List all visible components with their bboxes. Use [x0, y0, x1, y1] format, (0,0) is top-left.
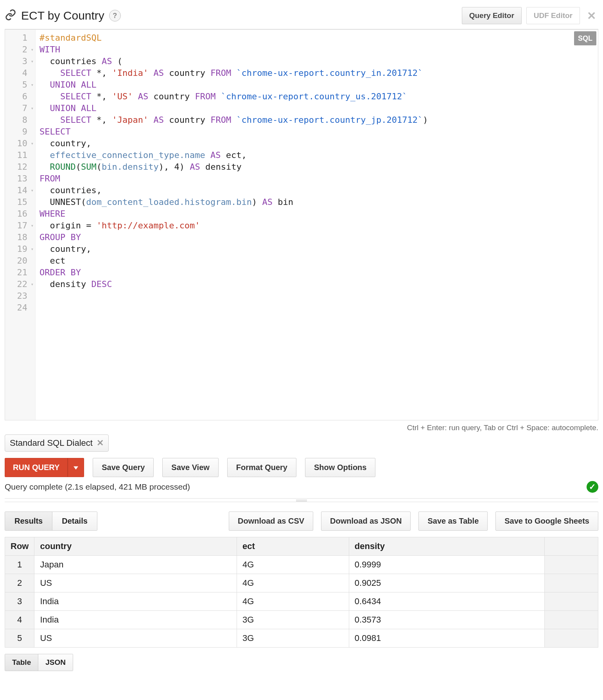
close-icon[interactable]: ✕ [585, 9, 598, 22]
table-cell: 3G [237, 611, 349, 629]
gutter-line: 21 [9, 267, 34, 278]
dialect-chip-label: Standard SQL Dialect [10, 438, 93, 448]
page-title: ECT by Country [21, 9, 104, 22]
save-view-button[interactable]: Save View [162, 458, 218, 477]
cell-filler [545, 592, 598, 611]
results-actions: Download as CSV Download as JSON Save as… [229, 512, 598, 531]
show-options-button[interactable]: Show Options [305, 458, 375, 477]
table-cell: 4G [237, 592, 349, 611]
code-line[interactable]: WITH [39, 44, 594, 56]
dialect-chip[interactable]: Standard SQL Dialect ✕ [5, 434, 109, 452]
help-icon[interactable]: ? [109, 10, 121, 22]
code-line[interactable]: country, [39, 138, 594, 149]
bottom-tab-json[interactable]: JSON [38, 654, 73, 671]
cell-filler [545, 574, 598, 592]
gutter-line: 18 [9, 232, 34, 243]
table-cell: Japan [34, 556, 237, 574]
code-line[interactable]: UNNEST(dom_content_loaded.histogram.bin)… [39, 196, 594, 208]
save-as-table-button[interactable]: Save as Table [418, 512, 488, 531]
gutter-line: 5▾ [9, 79, 34, 91]
run-query-group: RUN QUERY [5, 458, 84, 477]
column-filler [545, 537, 598, 556]
table-cell: 0.9025 [349, 574, 544, 592]
table-row[interactable]: 2US4G0.9025 [5, 574, 598, 592]
sql-badge: SQL [574, 31, 596, 45]
gutter-line: 24 [9, 302, 34, 314]
results-bar: Results Details Download as CSV Download… [5, 512, 598, 531]
run-query-button[interactable]: RUN QUERY [5, 458, 68, 477]
header: ECT by Country ? Query Editor UDF Editor… [5, 4, 598, 29]
tab-udf-editor[interactable]: UDF Editor [526, 7, 580, 24]
download-csv-button[interactable]: Download as CSV [229, 512, 313, 531]
table-cell: 3 [5, 592, 34, 611]
table-row[interactable]: 1Japan4G0.9999 [5, 556, 598, 574]
table-cell: US [34, 574, 237, 592]
code-line[interactable]: SELECT *, 'Japan' AS country FROM `chrom… [39, 114, 594, 126]
column-header: density [349, 537, 544, 556]
gutter-line: 1 [9, 32, 34, 44]
code-line[interactable]: countries AS ( [39, 56, 594, 67]
code-line[interactable]: UNION ALL [39, 79, 594, 91]
code-line[interactable]: SELECT *, 'US' AS country FROM `chrome-u… [39, 91, 594, 102]
link-icon[interactable] [5, 9, 16, 23]
table-cell: 0.6434 [349, 592, 544, 611]
code-line[interactable]: SELECT [39, 126, 594, 138]
gutter-line: 13 [9, 173, 34, 185]
gutter-line: 9 [9, 126, 34, 138]
table-row[interactable]: 5US3G0.0981 [5, 629, 598, 648]
code-line[interactable]: effective_connection_type.name AS ect, [39, 149, 594, 161]
code-line[interactable]: SELECT *, 'India' AS country FROM `chrom… [39, 67, 594, 79]
table-cell: 3G [237, 629, 349, 648]
bottom-tab-table[interactable]: Table [5, 654, 38, 671]
code-line[interactable]: ORDER BY [39, 267, 594, 278]
toolbar: RUN QUERY Save Query Save View Format Qu… [5, 458, 598, 477]
gutter-line: 3▾ [9, 56, 34, 67]
table-row[interactable]: 4India3G0.3573 [5, 611, 598, 629]
code-line[interactable]: UNION ALL [39, 102, 594, 114]
code-line[interactable]: countries, [39, 185, 594, 196]
code-line[interactable]: ect [39, 255, 594, 267]
code-line[interactable]: origin = 'http://example.com' [39, 220, 594, 232]
header-left: ECT by Country ? [5, 9, 121, 23]
run-query-dropdown[interactable] [68, 458, 84, 477]
cell-filler [545, 611, 598, 629]
tab-results[interactable]: Results [5, 512, 52, 530]
gutter-line: 15 [9, 196, 34, 208]
code-line[interactable]: WHERE [39, 208, 594, 220]
gutter-line: 22▾ [9, 278, 34, 290]
table-cell: US [34, 629, 237, 648]
success-icon: ✓ [587, 481, 598, 493]
code-line[interactable]: GROUP BY [39, 232, 594, 243]
download-json-button[interactable]: Download as JSON [321, 512, 411, 531]
tab-details[interactable]: Details [52, 512, 97, 530]
gutter-line: 20 [9, 255, 34, 267]
table-cell: 0.9999 [349, 556, 544, 574]
sql-editor[interactable]: SQL 12▾3▾45▾67▾8910▾11121314▾151617▾1819… [5, 29, 598, 420]
status-row: Query complete (2.1s elapsed, 421 MB pro… [5, 481, 598, 493]
editor-code[interactable]: #standardSQLWITH countries AS ( SELECT *… [36, 30, 598, 420]
format-query-button[interactable]: Format Query [227, 458, 296, 477]
table-cell: India [34, 611, 237, 629]
editor-gutter: 12▾3▾45▾67▾8910▾11121314▾151617▾1819▾202… [5, 30, 36, 420]
gutter-line: 10▾ [9, 138, 34, 149]
code-line[interactable]: density DESC [39, 278, 594, 290]
table-cell: India [34, 592, 237, 611]
save-query-button[interactable]: Save Query [93, 458, 154, 477]
table-cell: 0.0981 [349, 629, 544, 648]
table-cell: 4G [237, 556, 349, 574]
code-line[interactable]: ROUND(SUM(bin.density), 4) AS density [39, 161, 594, 173]
gutter-line: 19▾ [9, 243, 34, 255]
tab-query-editor[interactable]: Query Editor [462, 7, 522, 24]
code-line[interactable]: #standardSQL [39, 32, 594, 44]
dialect-chip-close-icon[interactable]: ✕ [97, 438, 104, 448]
pane-splitter[interactable] [5, 498, 598, 502]
table-row[interactable]: 3India4G0.6434 [5, 592, 598, 611]
cell-filler [545, 629, 598, 648]
code-line[interactable]: FROM [39, 173, 594, 185]
gutter-line: 4 [9, 67, 34, 79]
hint-row: Ctrl + Enter: run query, Tab or Ctrl + S… [5, 424, 598, 432]
save-to-sheets-button[interactable]: Save to Google Sheets [495, 512, 598, 531]
code-line[interactable]: country, [39, 243, 594, 255]
table-cell: 5 [5, 629, 34, 648]
table-cell: 2 [5, 574, 34, 592]
